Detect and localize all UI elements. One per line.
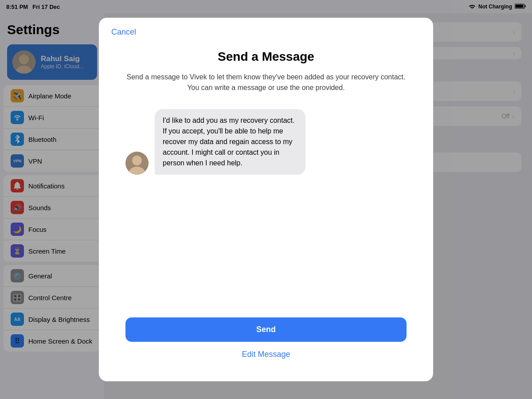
send-message-modal: Cancel Send a Message Send a message to … — [99, 18, 433, 381]
modal-description: Send a message to Vivek to let them know… — [99, 72, 433, 93]
modal-title: Send a Message — [99, 50, 433, 64]
message-bubble: I'd like to add you as my recovery conta… — [155, 109, 305, 175]
sender-avatar — [125, 152, 149, 175]
modal-actions: Send Edit Message — [99, 317, 433, 367]
edit-message-button[interactable]: Edit Message — [125, 342, 407, 367]
cancel-button[interactable]: Cancel — [111, 27, 136, 37]
message-area: I'd like to add you as my recovery conta… — [99, 109, 433, 175]
modal-overlay: Cancel Send a Message Send a message to … — [0, 0, 532, 399]
svg-point-9 — [132, 156, 142, 165]
send-button[interactable]: Send — [125, 317, 407, 342]
